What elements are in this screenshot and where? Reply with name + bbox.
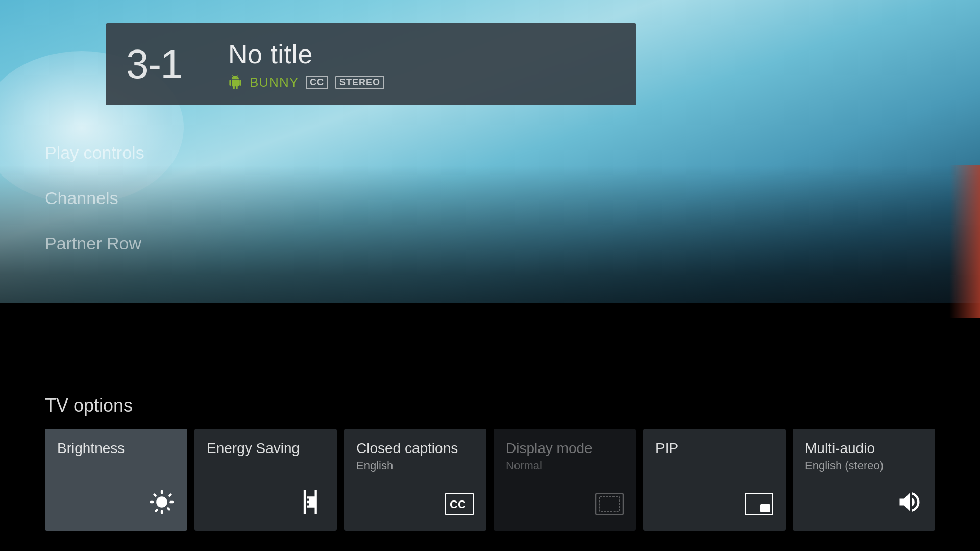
option-card-pip[interactable]: PIP	[643, 429, 786, 531]
display-mode-icon	[595, 491, 624, 521]
channel-source-name: BUNNY	[250, 74, 299, 90]
sidebar-item-partner-row[interactable]: Partner Row	[45, 234, 144, 254]
option-label-pip: PIP	[655, 440, 773, 457]
cc-icon: CC	[445, 491, 474, 521]
tv-options-title: TV options	[45, 395, 935, 416]
option-label-display-mode: Display mode	[506, 440, 624, 457]
option-label-closed-captions: Closed captions	[356, 440, 474, 457]
option-card-multi-audio[interactable]: Multi-audio English (stereo)	[793, 429, 935, 531]
right-decoration	[949, 165, 980, 318]
channel-meta: BUNNY CC STEREO	[228, 74, 384, 90]
channel-card: 3-1 No title BUNNY CC STEREO	[106, 23, 636, 105]
svg-rect-3	[599, 497, 620, 511]
options-grid: Brightness Energy Saving Closed captions…	[45, 429, 935, 531]
option-label-energy-saving: Energy Saving	[207, 440, 325, 457]
energy-icon	[298, 489, 325, 521]
android-icon	[228, 75, 242, 89]
svg-rect-5	[760, 504, 770, 512]
option-card-closed-captions[interactable]: Closed captions English CC	[344, 429, 486, 531]
tv-options-section: TV options Brightness Energy Saving Clos…	[0, 395, 980, 551]
channel-title: No title	[228, 39, 384, 69]
option-value-closed-captions: English	[356, 459, 474, 472]
option-card-brightness[interactable]: Brightness	[45, 429, 187, 531]
pip-icon	[745, 491, 773, 521]
option-card-display-mode[interactable]: Display mode Normal	[494, 429, 636, 531]
option-value-display-mode: Normal	[506, 459, 624, 472]
channel-info: No title BUNNY CC STEREO	[228, 39, 384, 90]
option-label-brightness: Brightness	[57, 440, 175, 457]
channel-number: 3-1	[126, 41, 208, 88]
sidebar: Play controls Channels Partner Row	[45, 143, 144, 254]
badge-cc: CC	[306, 76, 328, 89]
option-value-multi-audio: English (stereo)	[805, 459, 923, 472]
sidebar-item-channels[interactable]: Channels	[45, 188, 144, 208]
sidebar-item-play-controls[interactable]: Play controls	[45, 143, 144, 163]
badge-audio: STEREO	[335, 76, 384, 89]
audio-icon	[896, 489, 923, 521]
option-label-multi-audio: Multi-audio	[805, 440, 923, 457]
brightness-icon	[149, 489, 175, 521]
svg-text:CC: CC	[450, 498, 466, 511]
option-card-energy-saving[interactable]: Energy Saving	[194, 429, 337, 531]
